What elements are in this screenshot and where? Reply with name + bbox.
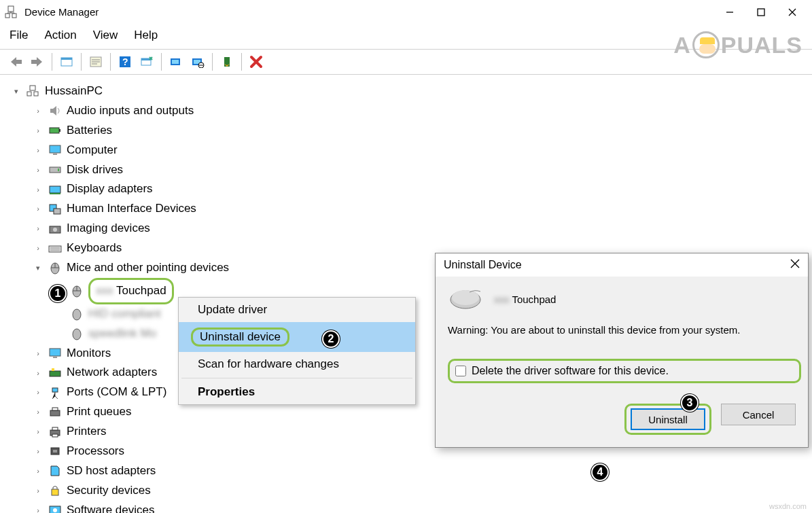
svg-rect-12 [172, 60, 179, 64]
disable-device-icon[interactable] [188, 52, 208, 71]
maximize-button[interactable] [745, 2, 777, 22]
delete-driver-checkbox[interactable] [455, 366, 466, 376]
camera-icon [48, 223, 63, 235]
uninstall-button-highlight: Uninstall [624, 404, 711, 435]
tree-item-batteries[interactable]: › Batteries [4, 121, 808, 141]
item-label: Display adapters [67, 179, 153, 199]
tree-item-disk[interactable]: › Disk drives [4, 160, 808, 180]
mouse-icon [69, 285, 84, 297]
expand-icon[interactable]: › [33, 505, 43, 513]
item-label: Printers [67, 422, 107, 442]
tree-item-computer[interactable]: › Computer [4, 141, 808, 160]
show-hide-console-icon[interactable] [56, 52, 77, 71]
mouse-icon [69, 308, 84, 320]
expand-icon[interactable]: › [33, 368, 43, 378]
collapse-icon[interactable]: ▾ [33, 262, 43, 273]
expand-icon[interactable]: › [33, 465, 43, 476]
ctx-divider [181, 378, 412, 378]
dialog-close-icon[interactable] [790, 259, 800, 271]
dialog-body: xxx Touchpad Warning: You are about to u… [436, 277, 808, 447]
enable-device-icon[interactable] [217, 52, 237, 71]
item-label: Print queues [67, 402, 131, 422]
window-titlebar: Device Manager [0, 0, 812, 24]
expand-icon[interactable]: › [33, 387, 43, 398]
root-label: HussainPC [45, 82, 103, 101]
menu-view[interactable]: View [93, 29, 118, 42]
touchpad-label: Touchpad [116, 284, 166, 297]
menu-file[interactable]: File [10, 29, 28, 42]
dialog-device-row: xxx Touchpad [448, 287, 796, 311]
expand-icon[interactable]: › [33, 184, 43, 195]
tree-item-security[interactable]: › Security devices [4, 481, 808, 501]
svg-rect-39 [50, 371, 60, 376]
tree-item-imaging[interactable]: › Imaging devices [4, 219, 808, 238]
scan-hardware-icon[interactable] [137, 52, 157, 71]
security-icon [48, 484, 63, 497]
menu-help[interactable]: Help [134, 29, 158, 42]
expand-icon[interactable]: › [33, 427, 43, 438]
minimize-button[interactable] [714, 2, 745, 22]
item-label: Network adapters [67, 363, 157, 383]
ctx-update-driver[interactable]: Update driver [179, 298, 415, 322]
expand-icon[interactable]: › [33, 224, 43, 234]
uninstall-device-icon[interactable] [246, 52, 266, 71]
expand-icon[interactable]: › [33, 485, 43, 496]
expand-icon[interactable]: › [33, 407, 43, 418]
window-title: Device Manager [24, 6, 714, 18]
svg-rect-17 [30, 86, 35, 90]
ctx-scan-hardware[interactable]: Scan for hardware changes [179, 352, 415, 376]
svg-rect-49 [52, 489, 58, 495]
menu-action[interactable]: Action [44, 29, 76, 42]
tree-root[interactable]: ▾ HussainPC [4, 82, 808, 101]
uninstall-dialog: Uninstall Device xxx Touchpad Warning: Y… [435, 253, 809, 448]
disk-icon [48, 164, 63, 176]
svg-rect-1 [5, 14, 10, 18]
toolbar-divider [81, 53, 82, 71]
dialog-buttons: Uninstall Cancel [448, 404, 796, 435]
svg-rect-43 [52, 408, 58, 410]
toolbar-divider [52, 53, 52, 71]
tree-item-software[interactable]: › Software devices [4, 501, 808, 513]
tree-item-display[interactable]: › Display adapters [4, 179, 808, 199]
expand-icon[interactable]: › [33, 125, 43, 136]
uninstall-button[interactable]: Uninstall [631, 408, 705, 430]
close-button[interactable] [777, 2, 808, 22]
expand-icon[interactable]: › [33, 145, 43, 156]
svg-rect-45 [52, 427, 58, 430]
ctx-uninstall-device[interactable]: Uninstall device [179, 322, 415, 352]
callout-4: 4 [591, 463, 609, 481]
back-button[interactable] [5, 52, 26, 71]
toolbar-divider [212, 53, 213, 71]
help-icon[interactable]: ? [115, 52, 135, 71]
tree-item-sd[interactable]: › SD host adapters [4, 461, 808, 481]
tree-item-hid[interactable]: › Human Interface Devices [4, 199, 808, 219]
properties-icon[interactable] [86, 52, 106, 71]
item-label: Audio inputs and outputs [67, 101, 194, 121]
svg-rect-27 [50, 193, 60, 194]
blurred-label: HID compliant [88, 304, 161, 324]
cancel-button[interactable]: Cancel [721, 404, 796, 425]
expand-icon[interactable]: › [33, 348, 43, 359]
expand-icon[interactable]: › [33, 243, 43, 254]
cpu-icon [48, 445, 63, 457]
expand-icon[interactable]: › [33, 164, 43, 175]
printer-icon [48, 406, 63, 419]
expand-icon[interactable]: › [33, 204, 43, 215]
item-label: Keyboards [67, 238, 122, 258]
item-label: Imaging devices [67, 219, 150, 238]
forward-button[interactable] [27, 52, 48, 71]
dialog-device-name: Touchpad [512, 294, 556, 305]
collapse-icon[interactable]: ▾ [11, 86, 22, 96]
item-label: Computer [67, 141, 118, 160]
update-driver-icon[interactable] [166, 52, 186, 71]
delete-driver-checkbox-row[interactable]: Delete the driver software for this devi… [448, 359, 801, 383]
tree-item-audio[interactable]: › Audio inputs and outputs [4, 101, 808, 121]
svg-rect-22 [50, 145, 60, 153]
svg-point-31 [53, 228, 57, 232]
svg-rect-18 [27, 92, 31, 96]
expand-icon[interactable]: › [33, 446, 43, 457]
ctx-properties[interactable]: Properties [179, 380, 415, 404]
item-label: Batteries [67, 121, 112, 141]
expand-icon[interactable]: › [33, 105, 43, 116]
toolbar-divider [110, 53, 111, 71]
